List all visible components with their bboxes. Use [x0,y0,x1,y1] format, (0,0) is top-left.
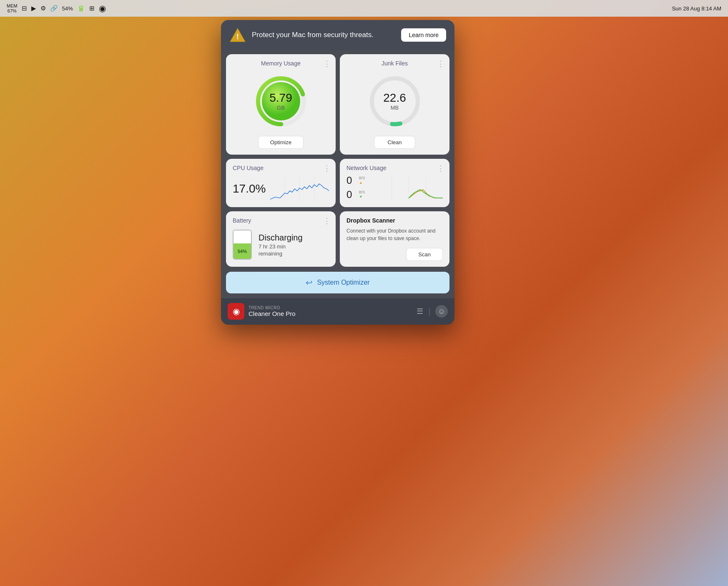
dropbox-description: Connect with your Dropbox account and cl… [346,227,443,242]
cpu-card-menu[interactable]: ⋮ [323,165,331,172]
battery-status: Discharging [259,233,303,243]
network-values: 0 B/S ▲ 0 B/S ▼ [346,175,372,200]
battery-card-menu[interactable]: ⋮ [323,217,331,225]
menubar: MEM 67% ⊟ ▶ ⚙ 🔗 54% 🔋 ⊞ ◉ Sun 28 Aug 8:1… [0,0,728,17]
security-banner-left: ! Protect your Mac from security threats… [229,27,374,43]
cpu-chart-area [270,176,329,201]
network-usage-card: Network Usage ⋮ 0 B/S ▲ 0 B/S [340,159,449,207]
brand-sub-label: TREND MICRO [249,306,296,310]
memory-card-title: Memory Usage [261,60,301,67]
upload-unit: B/S [359,176,365,180]
optimizer-icon: ↩ [306,278,313,288]
menubar-icon-6: ◉ [99,3,106,13]
security-text: Protect your Mac from security threats. [252,31,374,39]
battery-content: 54% Discharging 7 hr 23 min remaining [233,230,329,260]
battery-card: Battery ⋮ 54% Discharging 7 hr 23 min re… [226,211,336,267]
download-unit: B/S [359,190,365,195]
brand-logo-icon: ◉ [233,306,240,316]
brand-name-label: Cleaner One Pro [249,310,296,317]
dropbox-scanner-card: Dropbox Scanner Connect with your Dropbo… [340,211,449,267]
brand-text: TREND MICRO Cleaner One Pro [249,306,296,317]
menubar-icon-2: ▶ [31,5,36,12]
network-chart-svg [375,175,443,200]
memory-usage-card: Memory Usage ⋮ [226,54,336,155]
junk-files-card: Junk Files ⋮ 22.6 MB Clean [340,54,449,155]
dropbox-card-title: Dropbox Scanner [346,217,443,224]
network-download-label: B/S ▼ [359,190,365,199]
menubar-right: Sun 28 Aug 8:14 AM [672,5,721,12]
cards-grid: Memory Usage ⋮ [221,50,454,271]
optimize-button[interactable]: Optimize [258,136,304,149]
network-chart-area [375,175,443,200]
network-content: 0 B/S ▲ 0 B/S ▼ [346,175,443,200]
menubar-left: MEM 67% ⊟ ▶ ⚙ 🔗 54% 🔋 ⊞ ◉ [7,3,666,13]
mem-label: MEM [7,3,18,8]
network-download-row: 0 B/S ▼ [346,189,372,200]
footer-actions: ☰ | ☺ [417,305,448,318]
footer-divider: | [428,307,430,316]
cpu-content: 17.0% [233,176,329,201]
menubar-icon-5: ⊞ [89,5,95,12]
optimizer-label: System Optimizer [317,279,369,286]
junk-value: 22.6 [383,92,406,105]
footer-smiley-button[interactable]: ☺ [435,305,448,318]
battery-percent-label: 54% [238,249,247,254]
clean-button[interactable]: Clean [374,136,416,149]
network-upload-value: 0 [346,175,356,186]
battery-icon: 54% [233,230,252,260]
network-card-title: Network Usage [346,165,443,171]
cpu-usage-card: CPU Usage ⋮ 17.0% [226,159,336,207]
mem-value: 67% [8,8,17,13]
cpu-value: 17.0% [233,182,266,195]
memory-unit: GB [269,105,292,111]
battery-card-title: Battery [233,217,329,224]
battery-info: Discharging 7 hr 23 min remaining [259,233,303,257]
arrow-down-icon: ▼ [359,195,365,199]
battery-remaining-label: remaining [259,250,303,257]
menubar-icon-1: ⊟ [22,5,27,12]
network-upload-row: 0 B/S ▲ [346,175,372,186]
cpu-card-title: CPU Usage [233,165,329,171]
learn-more-button[interactable]: Learn more [401,28,446,42]
junk-donut: 22.6 MB [368,74,422,128]
cpu-chart-svg [270,176,329,201]
system-optimizer-button[interactable]: ↩ System Optimizer [226,272,449,293]
junk-unit: MB [383,105,406,111]
network-card-menu[interactable]: ⋮ [437,165,444,172]
warning-icon: ! [229,27,246,43]
network-download-value: 0 [346,189,356,200]
memory-value-center: 5.79 GB [269,92,292,111]
menubar-datetime: Sun 28 Aug 8:14 AM [672,5,721,12]
arrow-up-icon: ▲ [359,180,365,185]
widget-panel: ! Protect your Mac from security threats… [221,20,454,325]
junk-card-title: Junk Files [382,60,408,67]
junk-value-center: 22.6 MB [383,92,406,111]
svg-text:!: ! [236,33,239,41]
menubar-battery-icon: 🔋 [77,5,85,12]
panel-footer: ◉ TREND MICRO Cleaner One Pro ☰ | ☺ [221,298,454,325]
menubar-icon-4: 🔗 [50,5,58,12]
scan-button[interactable]: Scan [406,248,443,261]
footer-menu-icon[interactable]: ☰ [417,307,423,316]
battery-fill: 54% [233,243,251,259]
memory-value: 5.79 [269,92,292,105]
memory-donut: 5.79 GB [254,74,308,128]
mem-indicator: MEM 67% [7,3,18,13]
footer-brand: ◉ TREND MICRO Cleaner One Pro [228,303,296,320]
network-upload-label: B/S ▲ [359,176,365,185]
memory-card-menu[interactable]: ⋮ [323,60,331,68]
menubar-icon-3: ⚙ [40,5,46,12]
security-banner: ! Protect your Mac from security threats… [221,20,454,50]
battery-time: 7 hr 23 min [259,243,303,250]
brand-logo: ◉ [228,303,244,320]
junk-card-menu[interactable]: ⋮ [437,60,444,68]
battery-percent: 54% [62,5,73,12]
